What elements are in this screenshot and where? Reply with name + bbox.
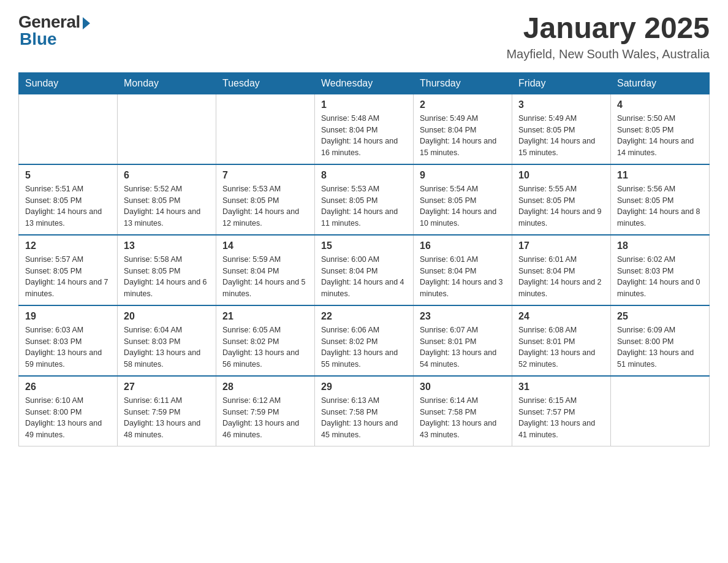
calendar-day-cell: 18Sunrise: 6:02 AMSunset: 8:03 PMDayligh…	[611, 235, 710, 305]
calendar-day-cell: 7Sunrise: 5:53 AMSunset: 8:05 PMDaylight…	[216, 164, 315, 235]
day-number: 29	[321, 381, 407, 393]
calendar-day-cell: 11Sunrise: 5:56 AMSunset: 8:05 PMDayligh…	[611, 164, 710, 235]
day-detail: Sunrise: 5:49 AMSunset: 8:04 PMDaylight:…	[420, 113, 506, 159]
calendar-day-cell	[216, 94, 315, 164]
calendar-day-cell: 17Sunrise: 6:01 AMSunset: 8:04 PMDayligh…	[512, 235, 611, 305]
day-number: 9	[420, 170, 506, 181]
calendar-day-cell: 8Sunrise: 5:53 AMSunset: 8:05 PMDaylight…	[315, 164, 414, 235]
day-number: 7	[222, 170, 308, 181]
calendar-day-cell: 6Sunrise: 5:52 AMSunset: 8:05 PMDaylight…	[118, 164, 216, 235]
day-detail: Sunrise: 6:09 AMSunset: 8:00 PMDaylight:…	[617, 324, 703, 370]
day-detail: Sunrise: 5:49 AMSunset: 8:05 PMDaylight:…	[518, 113, 604, 159]
day-detail: Sunrise: 6:03 AMSunset: 8:03 PMDaylight:…	[25, 324, 111, 370]
day-detail: Sunrise: 6:02 AMSunset: 8:03 PMDaylight:…	[617, 254, 703, 300]
calendar-day-cell: 20Sunrise: 6:04 AMSunset: 8:03 PMDayligh…	[118, 305, 216, 376]
day-of-week-header: Tuesday	[216, 72, 315, 94]
calendar-day-cell: 14Sunrise: 5:59 AMSunset: 8:04 PMDayligh…	[216, 235, 315, 305]
calendar-day-cell: 27Sunrise: 6:11 AMSunset: 7:59 PMDayligh…	[118, 376, 216, 446]
day-number: 11	[617, 170, 703, 181]
day-detail: Sunrise: 6:07 AMSunset: 8:01 PMDaylight:…	[420, 324, 506, 370]
calendar-day-cell: 1Sunrise: 5:48 AMSunset: 8:04 PMDaylight…	[315, 94, 414, 164]
day-number: 17	[518, 240, 604, 251]
day-number: 26	[25, 381, 111, 393]
calendar-day-cell: 9Sunrise: 5:54 AMSunset: 8:05 PMDaylight…	[414, 164, 512, 235]
day-number: 23	[420, 311, 506, 322]
day-number: 5	[25, 170, 111, 181]
day-detail: Sunrise: 6:10 AMSunset: 8:00 PMDaylight:…	[25, 395, 111, 441]
day-detail: Sunrise: 6:00 AMSunset: 8:04 PMDaylight:…	[321, 254, 407, 300]
calendar-table: SundayMondayTuesdayWednesdayThursdayFrid…	[18, 72, 710, 446]
day-detail: Sunrise: 6:01 AMSunset: 8:04 PMDaylight:…	[420, 254, 506, 300]
day-number: 28	[222, 381, 308, 393]
day-detail: Sunrise: 5:54 AMSunset: 8:05 PMDaylight:…	[420, 183, 506, 229]
calendar-day-cell: 4Sunrise: 5:50 AMSunset: 8:05 PMDaylight…	[611, 94, 710, 164]
day-number: 1	[321, 99, 407, 110]
location-text: Mayfield, New South Wales, Australia	[506, 47, 710, 61]
day-detail: Sunrise: 5:58 AMSunset: 8:05 PMDaylight:…	[124, 254, 210, 300]
calendar-day-cell: 15Sunrise: 6:00 AMSunset: 8:04 PMDayligh…	[315, 235, 414, 305]
calendar-day-cell: 21Sunrise: 6:05 AMSunset: 8:02 PMDayligh…	[216, 305, 315, 376]
day-detail: Sunrise: 6:04 AMSunset: 8:03 PMDaylight:…	[124, 324, 210, 370]
calendar-day-cell: 31Sunrise: 6:15 AMSunset: 7:57 PMDayligh…	[512, 376, 611, 446]
day-number: 22	[321, 311, 407, 322]
day-number: 31	[518, 381, 604, 393]
calendar-header-row: SundayMondayTuesdayWednesdayThursdayFrid…	[19, 72, 710, 94]
day-detail: Sunrise: 5:57 AMSunset: 8:05 PMDaylight:…	[25, 254, 111, 300]
day-number: 6	[124, 170, 210, 181]
day-detail: Sunrise: 6:11 AMSunset: 7:59 PMDaylight:…	[124, 395, 210, 441]
calendar-day-cell: 16Sunrise: 6:01 AMSunset: 8:04 PMDayligh…	[414, 235, 512, 305]
day-number: 12	[25, 240, 111, 251]
day-number: 24	[518, 311, 604, 322]
day-number: 10	[518, 170, 604, 181]
calendar-day-cell	[19, 94, 118, 164]
calendar-day-cell: 10Sunrise: 5:55 AMSunset: 8:05 PMDayligh…	[512, 164, 611, 235]
day-detail: Sunrise: 6:05 AMSunset: 8:02 PMDaylight:…	[222, 324, 308, 370]
day-detail: Sunrise: 5:50 AMSunset: 8:05 PMDaylight:…	[617, 113, 703, 159]
day-detail: Sunrise: 5:55 AMSunset: 8:05 PMDaylight:…	[518, 183, 604, 229]
calendar-week-row: 1Sunrise: 5:48 AMSunset: 8:04 PMDaylight…	[19, 94, 710, 164]
month-title: January 2025	[506, 12, 710, 45]
calendar-day-cell: 19Sunrise: 6:03 AMSunset: 8:03 PMDayligh…	[19, 305, 118, 376]
page-header: General Blue January 2025 Mayfield, New …	[18, 12, 710, 61]
day-number: 14	[222, 240, 308, 251]
day-detail: Sunrise: 5:48 AMSunset: 8:04 PMDaylight:…	[321, 113, 407, 159]
calendar-day-cell: 24Sunrise: 6:08 AMSunset: 8:01 PMDayligh…	[512, 305, 611, 376]
day-detail: Sunrise: 5:53 AMSunset: 8:05 PMDaylight:…	[321, 183, 407, 229]
calendar-day-cell: 5Sunrise: 5:51 AMSunset: 8:05 PMDaylight…	[19, 164, 118, 235]
logo[interactable]: General Blue	[18, 12, 90, 49]
day-number: 2	[420, 99, 506, 110]
day-of-week-header: Friday	[512, 72, 611, 94]
day-number: 20	[124, 311, 210, 322]
day-number: 25	[617, 311, 703, 322]
day-number: 13	[124, 240, 210, 251]
calendar-day-cell: 26Sunrise: 6:10 AMSunset: 8:00 PMDayligh…	[19, 376, 118, 446]
day-detail: Sunrise: 5:52 AMSunset: 8:05 PMDaylight:…	[124, 183, 210, 229]
day-detail: Sunrise: 5:53 AMSunset: 8:05 PMDaylight:…	[222, 183, 308, 229]
day-number: 4	[617, 99, 703, 110]
calendar-day-cell: 23Sunrise: 6:07 AMSunset: 8:01 PMDayligh…	[414, 305, 512, 376]
day-detail: Sunrise: 5:51 AMSunset: 8:05 PMDaylight:…	[25, 183, 111, 229]
day-detail: Sunrise: 6:15 AMSunset: 7:57 PMDaylight:…	[518, 395, 604, 441]
day-number: 21	[222, 311, 308, 322]
day-number: 15	[321, 240, 407, 251]
day-detail: Sunrise: 6:06 AMSunset: 8:02 PMDaylight:…	[321, 324, 407, 370]
day-number: 19	[25, 311, 111, 322]
logo-arrow-icon	[83, 17, 90, 29]
day-of-week-header: Sunday	[19, 72, 118, 94]
day-detail: Sunrise: 6:14 AMSunset: 7:58 PMDaylight:…	[420, 395, 506, 441]
calendar-day-cell: 28Sunrise: 6:12 AMSunset: 7:59 PMDayligh…	[216, 376, 315, 446]
day-number: 30	[420, 381, 506, 393]
calendar-day-cell: 13Sunrise: 5:58 AMSunset: 8:05 PMDayligh…	[118, 235, 216, 305]
logo-blue-text: Blue	[20, 29, 57, 49]
calendar-week-row: 26Sunrise: 6:10 AMSunset: 8:00 PMDayligh…	[19, 376, 710, 446]
calendar-day-cell: 12Sunrise: 5:57 AMSunset: 8:05 PMDayligh…	[19, 235, 118, 305]
day-detail: Sunrise: 6:01 AMSunset: 8:04 PMDaylight:…	[518, 254, 604, 300]
day-number: 8	[321, 170, 407, 181]
day-of-week-header: Wednesday	[315, 72, 414, 94]
day-detail: Sunrise: 5:56 AMSunset: 8:05 PMDaylight:…	[617, 183, 703, 229]
day-detail: Sunrise: 5:59 AMSunset: 8:04 PMDaylight:…	[222, 254, 308, 300]
day-number: 3	[518, 99, 604, 110]
calendar-day-cell: 22Sunrise: 6:06 AMSunset: 8:02 PMDayligh…	[315, 305, 414, 376]
title-section: January 2025 Mayfield, New South Wales, …	[506, 12, 710, 61]
calendar-day-cell: 3Sunrise: 5:49 AMSunset: 8:05 PMDaylight…	[512, 94, 611, 164]
